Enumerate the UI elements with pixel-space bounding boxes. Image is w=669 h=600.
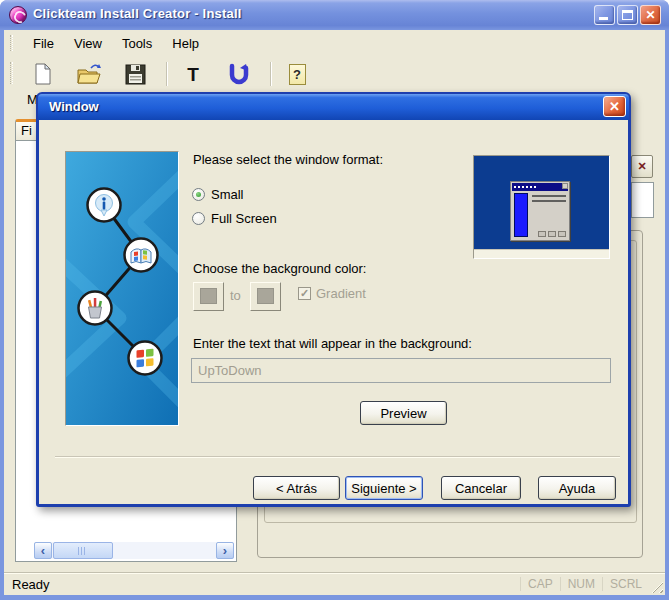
text-tool-button[interactable]: T (178, 61, 208, 87)
dialog-separator (55, 456, 620, 458)
new-file-button[interactable] (28, 61, 58, 87)
keyboard-indicators: CAP NUM SCRL (520, 577, 649, 591)
radio-small-label: Small (211, 187, 244, 202)
install-arrow-icon (227, 63, 251, 85)
app-logo-icon (9, 6, 27, 24)
help-button[interactable]: ? (282, 61, 312, 87)
background-field[interactable] (631, 182, 654, 218)
maximize-icon (622, 10, 633, 20)
window-dialog: Window ✕ (36, 92, 631, 507)
help-icon: ? (289, 64, 306, 85)
radio-fullscreen-control[interactable] (192, 212, 205, 225)
status-text: Ready (12, 577, 50, 592)
radio-small-control[interactable] (192, 188, 205, 201)
preview-taskbar-strip (474, 249, 609, 258)
text-prompt: Enter the text that will appear in the b… (193, 336, 472, 351)
menu-help[interactable]: Help (163, 34, 208, 53)
status-bar: Ready CAP NUM SCRL (4, 572, 665, 595)
to-label: to (230, 288, 241, 303)
scroll-right-button[interactable]: › (216, 542, 234, 559)
format-prompt: Please select the window format: (193, 152, 383, 167)
num-lock-indicator: NUM (560, 577, 602, 591)
radio-small[interactable]: Small (192, 187, 244, 202)
build-install-button[interactable] (224, 61, 254, 87)
maximize-button[interactable] (617, 5, 638, 25)
window-title: Clickteam Install Creator - Install (33, 6, 242, 21)
close-icon: ✕ (645, 8, 655, 22)
dialog-close-icon: ✕ (609, 99, 620, 114)
color-to-chip (257, 288, 274, 304)
open-file-button[interactable] (74, 61, 104, 87)
menu-file[interactable]: File (24, 34, 63, 53)
scroll-left-button[interactable]: ‹ (34, 542, 52, 559)
gradient-checkbox[interactable]: ✓ (298, 287, 311, 300)
window-preview-thumbnail (473, 155, 610, 259)
new-document-icon (33, 63, 53, 85)
color-from-button[interactable] (193, 282, 224, 311)
horizontal-scrollbar[interactable]: ‹ › (34, 542, 234, 559)
radio-fullscreen[interactable]: Full Screen (192, 211, 277, 226)
chevron-right-icon: › (223, 544, 227, 557)
chevron-left-icon: ‹ (41, 544, 45, 557)
dialog-title: Window (49, 99, 99, 114)
menubar: File View Tools Help (4, 32, 208, 54)
remove-button[interactable]: ✕ (631, 155, 653, 178)
gradient-label: Gradient (316, 286, 366, 301)
toolbar-separator (166, 62, 168, 86)
radio-fullscreen-label: Full Screen (211, 211, 277, 226)
minimize-icon (599, 17, 608, 20)
preview-mini-text (532, 195, 566, 205)
save-floppy-icon (125, 64, 146, 85)
background-text-input[interactable] (191, 358, 611, 383)
preview-mini-buttons (538, 231, 566, 237)
open-folder-icon (76, 63, 102, 85)
menu-tools[interactable]: Tools (113, 34, 161, 53)
toolbar-separator (270, 62, 272, 86)
preview-mini-titlebar (512, 183, 568, 191)
close-button[interactable]: ✕ (640, 5, 661, 25)
text-tool-icon: T (187, 65, 199, 84)
preview-button[interactable]: Preview (360, 401, 447, 425)
color-to-button[interactable] (250, 282, 281, 311)
main-window: Clickteam Install Creator - Install ✕ Fi… (0, 0, 669, 600)
scroll-thumb[interactable] (53, 542, 113, 559)
cancel-button[interactable]: Cancelar (441, 476, 521, 500)
main-titlebar: Clickteam Install Creator - Install ✕ (0, 0, 669, 30)
gradient-option[interactable]: ✓ Gradient (298, 286, 366, 301)
preview-mini-close-icon (562, 183, 568, 189)
caps-lock-indicator: CAP (520, 577, 560, 591)
save-button[interactable] (120, 61, 150, 87)
dialog-help-button[interactable]: Ayuda (538, 476, 616, 500)
back-button[interactable]: < Atrás (253, 476, 340, 500)
scroll-lock-indicator: SCRL (602, 577, 649, 591)
remove-icon: ✕ (637, 160, 646, 173)
minimize-button[interactable] (594, 5, 615, 25)
next-button[interactable]: Siguiente > (345, 476, 423, 500)
wizard-sidebar-graphic (65, 151, 179, 426)
resize-grip[interactable] (650, 580, 663, 593)
toolbar: T ? (4, 58, 328, 90)
preview-mini-window (510, 181, 570, 241)
color-from-chip (200, 288, 217, 304)
pencil-cup-icon (88, 298, 102, 318)
sidebar-illustration (66, 152, 178, 425)
color-prompt: Choose the background color: (193, 261, 366, 276)
menu-view[interactable]: View (65, 34, 111, 53)
preview-mini-banner (514, 193, 528, 237)
dialog-close-button[interactable]: ✕ (603, 96, 626, 117)
dialog-titlebar: Window ✕ (38, 94, 629, 120)
book-icon (131, 249, 151, 263)
